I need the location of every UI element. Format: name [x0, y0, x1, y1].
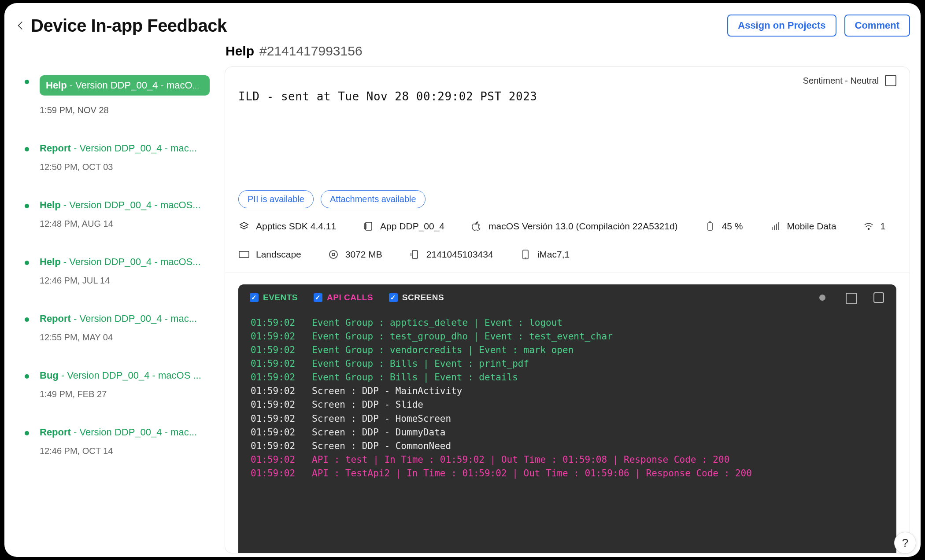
svg-rect-10	[239, 251, 249, 258]
fullscreen-icon[interactable]	[873, 291, 885, 304]
device-id-icon	[409, 249, 420, 260]
log-line: 01:59:02 Screen : DDP - CommonNeed	[251, 439, 884, 453]
log-line: 01:59:02 Event Group : Bills | Event : p…	[251, 357, 884, 371]
sidebar-item-time: 1:49 PM, FEB 27	[40, 389, 210, 399]
log-line: 01:59:02 API : TestApi2 | In Time : 01:5…	[251, 467, 884, 480]
meta-device-model: iMac7,1	[520, 249, 570, 260]
sidebar-item[interactable]: Report - Version DDP_00_4 - mac...12:50 …	[15, 138, 216, 177]
status-dot-icon	[25, 374, 29, 379]
app-frame: Device In-app Feedback Assign on Project…	[4, 3, 921, 557]
header: Device In-app Feedback Assign on Project…	[15, 10, 910, 39]
filter-screens[interactable]: ✓ SCREENS	[389, 293, 444, 302]
expand-icon[interactable]	[885, 75, 896, 86]
sidebar-item-title: Report - Version DDP_00_4 - mac...	[40, 313, 210, 324]
sidebar-item[interactable]: Help - Version DDP_00_4 - macOS...12:46 …	[15, 252, 216, 290]
feedback-message-area: Sentiment - Neutral ILD - sent at Tue No…	[225, 67, 910, 190]
status-dot-icon	[25, 261, 29, 265]
sentiment-label: Sentiment - Neutral	[803, 76, 879, 86]
status-dot-icon	[25, 147, 29, 151]
sidebar-item-title: Report - Version DDP_00_4 - mac...	[40, 427, 210, 438]
meta-orientation: Landscape	[238, 249, 301, 260]
sub-header: Help #2141417993156	[15, 39, 910, 62]
comment-button[interactable]: Comment	[844, 15, 910, 37]
status-dot-icon	[25, 80, 29, 84]
log-line: 01:59:02 Screen : DDP - HomeScreen	[251, 412, 884, 426]
console-body[interactable]: 01:59:02 Event Group : apptics_delete | …	[238, 311, 896, 489]
meta-os: macOS Versión 13.0 (Compilación 22A5321d…	[471, 221, 678, 232]
signal-icon	[770, 221, 781, 232]
sidebar-item[interactable]: Help - Version DDP_00_4 - macOS...12:48 …	[15, 195, 216, 233]
page-title: Device In-app Feedback	[31, 16, 227, 36]
feedback-id: #2141417993156	[259, 44, 363, 59]
filter-api-calls[interactable]: ✓ API CALLS	[314, 293, 373, 302]
meta-battery: 45 %	[704, 221, 743, 232]
checkbox-icon: ✓	[314, 293, 322, 302]
svg-point-9	[868, 228, 869, 230]
log-line: 01:59:02 Screen : DDP - Slide	[251, 398, 884, 412]
meta-memory: 3072 MB	[328, 249, 382, 260]
sidebar-item-time: 12:50 PM, OCT 03	[40, 162, 210, 172]
svg-point-11	[329, 251, 337, 258]
checkbox-icon: ✓	[389, 293, 398, 302]
log-console: ✓ EVENTS ✓ API CALLS ✓ SCREENS	[238, 284, 896, 553]
sidebar-item-time: 12:46 PM, JUL 14	[40, 276, 210, 286]
meta-wifi: 1	[863, 221, 886, 232]
log-line: 01:59:02 Event Group : vendorcredits | E…	[251, 343, 884, 357]
log-line: 01:59:02 API : test | In Time : 01:59:02…	[251, 453, 884, 467]
sidebar-item-title: Help - Version DDP_00_4 - macOS...	[40, 256, 210, 268]
sidebar-item-title: Bug - Version DDP_00_4 - macOS ...	[40, 370, 210, 381]
assign-on-projects-button[interactable]: Assign on Projects	[727, 15, 836, 37]
sidebar-item[interactable]: Report - Version DDP_00_4 - mac...12:55 …	[15, 309, 216, 347]
meta-device-id: 2141045103434	[409, 249, 493, 260]
sidebar-item-title: Report - Version DDP_00_4 - mac...	[40, 143, 210, 154]
feedback-message: ILD - sent at Tue Nov 28 00:29:02 PST 20…	[238, 77, 896, 103]
svg-rect-13	[412, 251, 418, 258]
meta-network: Mobile Data	[770, 221, 836, 232]
meta-sdk: Apptics SDK 4.4.11	[238, 221, 336, 232]
status-dot-icon	[25, 431, 29, 435]
sidebar-item[interactable]: Bug - Version DDP_00_4 - macOS ...1:49 P…	[15, 365, 216, 404]
battery-icon	[704, 221, 716, 232]
record-icon[interactable]	[816, 291, 829, 304]
help-fab[interactable]: ?	[894, 532, 916, 554]
log-line: 01:59:02 Event Group : Bills | Event : d…	[251, 371, 884, 384]
sidebar-item-time: 12:46 PM, OCT 14	[40, 446, 210, 456]
filter-events[interactable]: ✓ EVENTS	[250, 293, 298, 302]
svg-rect-15	[523, 250, 528, 259]
device-meta-grid: Apptics SDK 4.4.11 App DDP_00_4 macOS Ve…	[225, 218, 910, 273]
back-icon[interactable]	[15, 20, 26, 31]
svg-rect-1	[366, 222, 372, 230]
device-model-icon	[520, 249, 531, 260]
memory-icon	[328, 249, 339, 260]
sidebar-item-time: 12:48 PM, AUG 14	[40, 219, 210, 229]
feedback-type-label: Help	[226, 44, 254, 59]
sidebar-item-title: Help - Version DDP_00_4 - macOS...	[40, 199, 210, 211]
feedback-detail-panel: Sentiment - Neutral ILD - sent at Tue No…	[225, 66, 910, 553]
sidebar-item-title: Help - Version DDP_00_4 - macOS...	[40, 75, 210, 96]
status-dot-icon	[25, 317, 29, 322]
wifi-icon	[863, 221, 874, 232]
svg-marker-0	[240, 222, 248, 227]
sentiment-row: Sentiment - Neutral	[803, 75, 896, 86]
svg-rect-2	[364, 224, 366, 229]
sidebar-item[interactable]: Help - Version DDP_00_4 - macOS...1:59 P…	[15, 71, 216, 120]
orientation-icon	[238, 249, 250, 260]
console-filter-bar: ✓ EVENTS ✓ API CALLS ✓ SCREENS	[238, 284, 896, 311]
log-line: 01:59:02 Event Group : apptics_delete | …	[251, 316, 884, 330]
app-icon	[363, 221, 374, 232]
attachments-chip[interactable]: Attachments available	[321, 190, 426, 208]
checkbox-icon: ✓	[250, 293, 259, 302]
svg-rect-3	[708, 223, 712, 230]
svg-point-12	[332, 253, 335, 256]
log-line: 01:59:02 Screen : DDP - MainActivity	[251, 384, 884, 398]
log-line: 01:59:02 Event Group : test_group_dho | …	[251, 330, 884, 343]
sidebar-item-time: 12:55 PM, MAY 04	[40, 332, 210, 343]
help-icon: ?	[902, 536, 908, 550]
log-line: 01:59:02 Screen : DDP - DummyData	[251, 426, 884, 439]
status-dot-icon	[25, 204, 29, 208]
copy-icon[interactable]	[844, 291, 857, 304]
meta-app: App DDP_00_4	[363, 221, 444, 232]
pii-chip[interactable]: PII is available	[238, 190, 314, 208]
sidebar-item-time: 1:59 PM, NOV 28	[40, 105, 210, 115]
sidebar-item[interactable]: Report - Version DDP_00_4 - mac...12:46 …	[15, 422, 216, 461]
